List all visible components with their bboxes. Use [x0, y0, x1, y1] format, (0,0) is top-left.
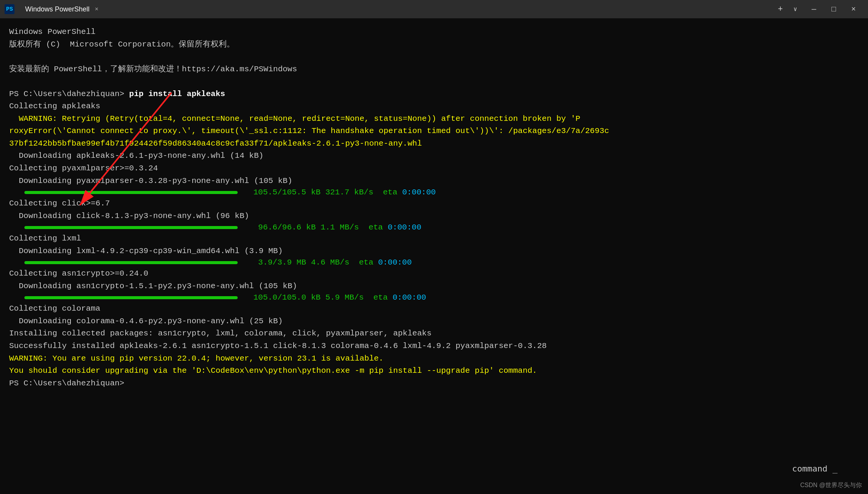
window-controls: — □ ×	[804, 0, 863, 18]
terminal-line: Collecting click>=6.7	[9, 197, 859, 210]
tab-area: Windows PowerShell ×	[19, 0, 769, 18]
terminal-line-warning: WARNING: You are using pip version 22.0.…	[9, 353, 859, 365]
terminal-line: 安装最新的 PowerShell，了解新功能和改进！https://aka.ms…	[9, 63, 859, 76]
terminal-line: Downloading click-8.1.3-py3-none-any.whl…	[9, 210, 859, 223]
progress-bar: 96.6/96.6 kB 1.1 MB/s eta 0:00:00	[24, 223, 859, 232]
terminal-line: Downloading pyaxmlparser-0.3.28-py3-none…	[9, 175, 859, 188]
terminal-line: Downloading asn1crypto-1.5.1-py2.py3-non…	[9, 280, 859, 293]
terminal-line: Collecting lxml	[9, 233, 859, 245]
terminal-line: Collecting colorama	[9, 303, 859, 315]
terminal-line: Downloading colorama-0.4.6-py2.py3-none-…	[9, 315, 859, 328]
command-annotation: command _	[792, 464, 838, 473]
terminal-line: Collecting apkleaks	[9, 100, 859, 113]
terminal-line: 版权所有 (C) Microsoft Corporation。保留所有权利。	[9, 38, 859, 51]
terminal-line: Successfully installed apkleaks-2.6.1 as…	[9, 340, 859, 353]
terminal-line: Installing collected packages: asn1crypt…	[9, 327, 859, 340]
terminal-line-warning: WARNING: Retrying (Retry(total=4, connec…	[9, 113, 859, 125]
terminal-line-warning: You should consider upgrading via the 'D…	[9, 365, 859, 377]
dropdown-button[interactable]: ∨	[791, 5, 799, 13]
terminal-prompt-line: PS C:\Users\dahezhiquan> pip install apk…	[9, 88, 859, 101]
terminal-line-warning: roxyError(\'Cannot connect to proxy.\', …	[9, 125, 859, 138]
progress-bar: 3.9/3.9 MB 4.6 MB/s eta 0:00:00	[24, 258, 859, 267]
maximize-button[interactable]: □	[824, 0, 844, 18]
titlebar: PS Windows PowerShell × + ∨ — □ ×	[0, 0, 868, 18]
powershell-icon: PS	[5, 4, 14, 14]
terminal-line: Collecting asn1crypto>=0.24.0	[9, 268, 859, 280]
terminal-line-empty	[9, 75, 859, 88]
terminal-line: Collecting pyaxmlparser>=0.3.24	[9, 162, 859, 175]
tab-powershell[interactable]: Windows PowerShell ×	[19, 0, 104, 18]
watermark-text: CSDN @世界尽头与你	[800, 482, 862, 488]
terminal-line: Downloading apkleaks-2.6.1-py3-none-any.…	[9, 150, 859, 162]
minimize-button[interactable]: —	[804, 0, 824, 18]
terminal-body: Windows PowerShell版权所有 (C) Microsoft Cor…	[0, 18, 868, 494]
terminal-line: Downloading lxml-4.9.2-cp39-cp39-win_amd…	[9, 245, 859, 258]
progress-bar: 105.0/105.0 kB 5.9 MB/s eta 0:00:00	[24, 293, 859, 302]
new-tab-button[interactable]: +	[774, 5, 786, 14]
progress-bar: 105.5/105.5 kB 321.7 kB/s eta 0:00:00	[24, 188, 859, 197]
tab-label: Windows PowerShell	[25, 5, 90, 13]
terminal-prompt-only: PS C:\Users\dahezhiquan>	[9, 377, 859, 390]
terminal-line: Windows PowerShell	[9, 26, 859, 38]
terminal-line-warning: 37bf1242bb5bfbae99ef4b71f924426f59d86340…	[9, 138, 859, 150]
tab-close-button[interactable]: ×	[95, 6, 98, 13]
terminal-line-empty	[9, 51, 859, 63]
close-window-button[interactable]: ×	[844, 0, 863, 18]
watermark: CSDN @世界尽头与你	[800, 481, 862, 489]
